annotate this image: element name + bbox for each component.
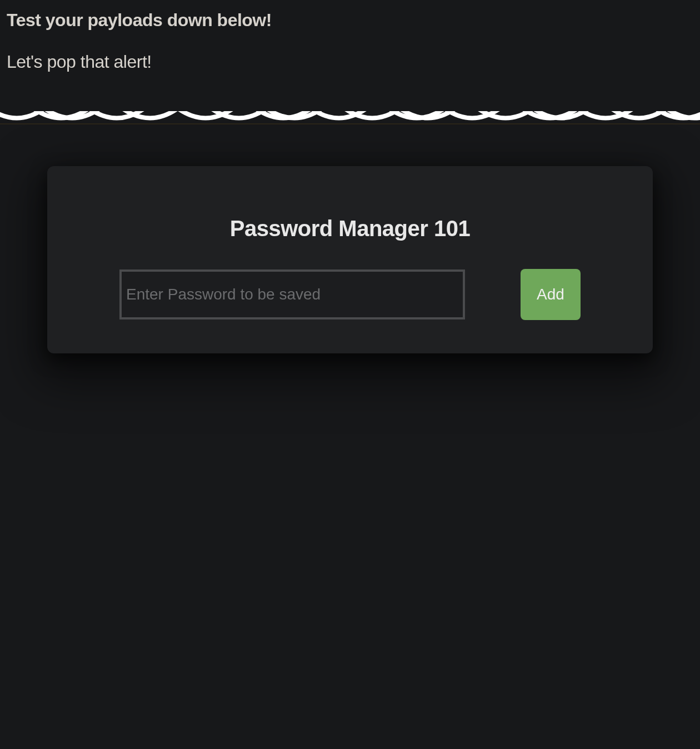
card-title: Password Manager 101 — [69, 216, 631, 241]
password-manager-card: Password Manager 101 Add — [47, 166, 653, 353]
wave-icon — [0, 111, 700, 124]
lower-section: Password Manager 101 Add — [0, 124, 700, 736]
top-section: Test your payloads down below! Let's pop… — [0, 0, 700, 111]
input-row: Add — [69, 269, 631, 320]
payload-heading: Test your payloads down below! — [7, 10, 693, 31]
payload-subheading: Let's pop that alert! — [7, 52, 693, 72]
wave-divider — [0, 111, 700, 124]
add-button[interactable]: Add — [521, 269, 581, 320]
password-input[interactable] — [119, 269, 465, 319]
